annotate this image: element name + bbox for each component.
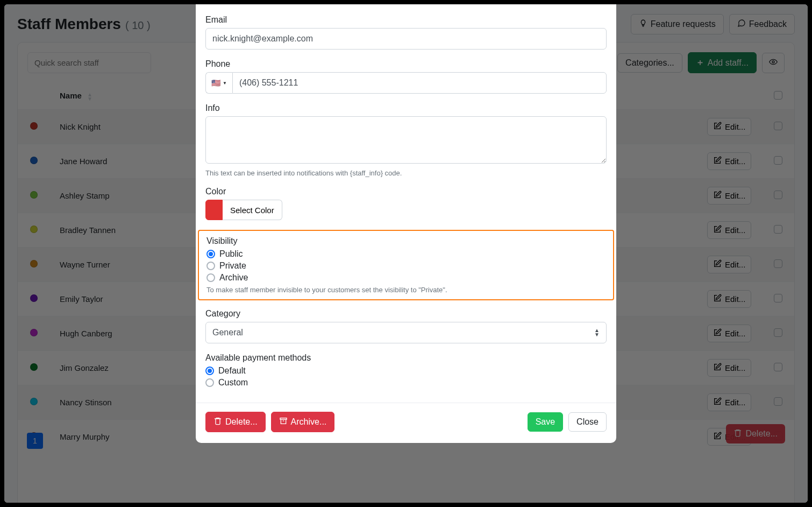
payment-label: Available payment methods <box>205 353 607 363</box>
radio-icon <box>206 262 215 270</box>
delete-label: Delete... <box>225 417 258 427</box>
archive-label: Archive... <box>291 417 327 427</box>
select-caret-icon: ▲▼ <box>594 328 600 337</box>
phone-country-select[interactable]: 🇺🇸 ▼ <box>205 72 232 94</box>
visibility-helper: To make staff member invisible to your c… <box>206 286 606 294</box>
info-label: Info <box>205 103 607 113</box>
email-label: Email <box>205 15 607 25</box>
trash-icon <box>213 417 222 427</box>
save-button[interactable]: Save <box>528 412 563 432</box>
payment-custom-radio[interactable]: Custom <box>205 378 607 388</box>
delete-button[interactable]: Delete... <box>205 412 266 432</box>
radio-icon <box>205 378 214 387</box>
select-color-button[interactable]: Select Color <box>223 200 282 220</box>
visibility-private-label: Private <box>219 261 246 271</box>
category-select[interactable]: General ▲▼ <box>205 322 607 343</box>
close-label: Close <box>576 417 599 427</box>
visibility-private-radio[interactable]: Private <box>206 261 606 271</box>
payment-default-label: Default <box>218 366 246 376</box>
save-label: Save <box>536 417 555 427</box>
info-textarea[interactable] <box>205 116 607 164</box>
category-label: Category <box>205 309 607 319</box>
phone-label: Phone <box>205 59 607 69</box>
radio-icon <box>205 367 214 375</box>
category-value: General <box>212 328 243 337</box>
visibility-archive-radio[interactable]: Archive <box>206 273 606 283</box>
archive-icon <box>279 417 288 427</box>
visibility-public-label: Public <box>219 249 243 259</box>
color-swatch[interactable] <box>205 200 223 220</box>
close-button[interactable]: Close <box>568 412 607 432</box>
visibility-archive-label: Archive <box>219 273 248 283</box>
svg-rect-1 <box>280 418 287 420</box>
visibility-public-radio[interactable]: Public <box>206 249 606 259</box>
phone-input[interactable] <box>232 72 607 94</box>
radio-icon <box>206 250 215 258</box>
visibility-section: Visibility Public Private Archive To mak… <box>198 230 614 300</box>
edit-staff-modal: Email Phone 🇺🇸 ▼ Info This text can be i… <box>196 4 616 443</box>
archive-button[interactable]: Archive... <box>271 412 335 432</box>
flag-icon: 🇺🇸 <box>211 79 220 87</box>
chevron-down-icon: ▼ <box>223 81 227 86</box>
payment-custom-label: Custom <box>218 378 248 388</box>
info-helper: This text can be inserted into notificat… <box>205 169 607 177</box>
radio-icon <box>206 273 215 282</box>
email-input[interactable] <box>205 28 607 50</box>
color-label: Color <box>205 187 607 196</box>
visibility-label: Visibility <box>206 236 606 246</box>
payment-default-radio[interactable]: Default <box>205 366 607 376</box>
